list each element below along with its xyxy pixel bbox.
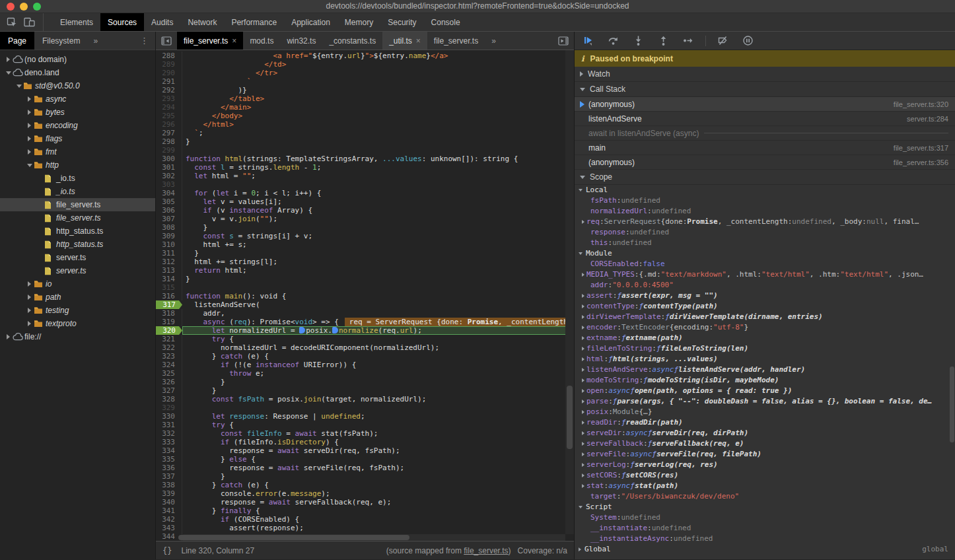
tree-item-io[interactable]: io [0,277,155,291]
tree-item-fmt[interactable]: fmt [0,145,155,158]
line-text-311[interactable]: } [182,249,574,258]
chevron-right-icon[interactable] [28,281,31,287]
tree-item-file-[interactable]: file:// [0,330,155,343]
step-into-marker-icon[interactable] [332,327,338,333]
line-text-323[interactable]: } catch (e) { [182,352,574,361]
chevron-right-icon[interactable] [28,123,31,128]
tree-item--io.ts[interactable]: _io.ts [0,172,155,185]
line-text-340[interactable]: response = await serveFallback(req, e); [182,498,574,507]
expand-icon[interactable] [582,389,584,393]
line-text-292[interactable]: )} [182,86,574,94]
scope-var-MEDIA_TYPES[interactable]: MEDIA_TYPES: {.md: "text/markdown", .htm… [575,269,955,280]
expand-icon[interactable] [582,431,584,435]
line-text-294[interactable]: </main> [182,103,574,112]
scope-var-listenAndServe[interactable]: listenAndServe: async ƒ listenAndServe(a… [575,365,955,375]
chevron-right-icon[interactable] [28,149,31,155]
pause-on-exceptions-icon[interactable] [742,35,754,46]
editor-tab-_constants.ts[interactable]: _constants.ts [322,32,382,50]
line-number-342[interactable]: 342 [156,515,182,524]
tree-item-flags[interactable]: flags [0,132,155,145]
line-number-311[interactable]: 311 [156,249,182,258]
resume-icon[interactable] [583,35,594,46]
chevron-right-icon[interactable] [28,136,31,141]
expand-icon[interactable] [582,304,584,308]
pretty-print-icon[interactable]: {} [162,546,172,555]
expand-icon[interactable] [582,400,584,403]
line-text-296[interactable]: </html> [182,120,574,129]
line-text-339[interactable]: console.error(e.message); [182,489,574,498]
scope-section-module[interactable]: Module [575,248,955,259]
expand-icon[interactable] [582,378,584,382]
call-stack-frame-main[interactable]: mainfile_server.ts:317 [575,141,955,155]
breakpoint-line-number-320[interactable]: 320 [156,326,182,335]
line-number-337[interactable]: 337 [156,472,182,481]
line-text-288[interactable]: <a href="${entry.url}">${entry.name}</a> [182,52,574,60]
scope-var-req[interactable]: req: ServerRequest {done: Promise, _cont… [575,217,955,227]
line-text-318[interactable]: addr, [182,309,574,318]
line-number-313[interactable]: 313 [156,266,182,275]
scope-var-fileLenToString[interactable]: fileLenToString: ƒ fileLenToString(len) [575,343,955,354]
line-number-301[interactable]: 301 [156,163,182,172]
line-number-319[interactable]: 319 [156,318,182,326]
line-number-302[interactable]: 302 [156,172,182,180]
line-number-343[interactable]: 343 [156,524,182,532]
line-text-327[interactable]: } [182,386,574,395]
line-text-329[interactable] [182,403,574,412]
line-text-298[interactable]: } [182,137,574,146]
line-text-312[interactable]: html += strings[l]; [182,258,574,266]
line-text-315[interactable] [182,283,574,292]
navigator-menu-icon[interactable]: ⋮ [133,32,155,50]
line-text-291[interactable]: ` [182,77,574,86]
line-number-304[interactable]: 304 [156,189,182,197]
line-number-294[interactable]: 294 [156,103,182,112]
line-text-320[interactable]: let normalizedUrl = posix.normalize(req.… [182,326,574,335]
tree-item-encoding[interactable]: encoding [0,119,155,132]
line-number-328[interactable]: 328 [156,395,182,403]
inspect-element-icon[interactable] [7,17,17,28]
tree-item--no-domain-[interactable]: (no domain) [0,53,155,66]
scope-var-extname[interactable]: extname: ƒ extname(path) [575,333,955,343]
line-number-329[interactable]: 329 [156,403,182,412]
more-navigator-tabs-icon[interactable]: » [88,32,103,50]
panel-toggle-icon[interactable] [553,32,574,50]
line-number-314[interactable]: 314 [156,275,182,283]
chevron-right-icon[interactable] [7,334,10,339]
line-text-305[interactable]: let v = values[i]; [182,197,574,206]
line-text-331[interactable]: try { [182,421,574,429]
call-stack-frame-anonymous[interactable]: (anonymous)file_server.ts:356 [575,155,955,170]
scope-var-serveDir[interactable]: serveDir: async ƒ serveDir(req, dirPath) [575,428,955,438]
line-number-339[interactable]: 339 [156,489,182,498]
tree-item-deno.land[interactable]: deno.land [0,66,155,79]
hide-navigator-icon[interactable] [156,32,177,50]
tab-memory[interactable]: Memory [337,13,380,31]
line-number-297[interactable]: 297 [156,129,182,137]
line-text-309[interactable]: const s = strings[i] + v; [182,232,574,240]
line-number-298[interactable]: 298 [156,137,182,146]
tree-item--io.ts[interactable]: _io.ts [0,185,155,198]
tab-console[interactable]: Console [424,13,468,31]
line-text-297[interactable]: `; [182,129,574,137]
chevron-down-icon[interactable] [27,164,32,167]
line-text-313[interactable]: return html; [182,266,574,275]
step-into-marker-icon[interactable] [299,327,305,333]
line-text-338[interactable]: } catch (e) { [182,481,574,489]
expand-icon[interactable] [582,326,584,330]
tree-item-http-status.ts[interactable]: http_status.ts [0,238,155,251]
line-number-312[interactable]: 312 [156,258,182,266]
expand-icon[interactable] [582,273,584,277]
tab-elements[interactable]: Elements [53,13,100,31]
line-text-306[interactable]: if (v instanceof Array) { [182,206,574,215]
tab-network[interactable]: Network [180,13,224,31]
expand-icon[interactable] [582,410,584,414]
chevron-right-icon[interactable] [28,295,31,300]
scope-var-posix[interactable]: posix: Module {…} [575,407,955,417]
scope-var-contentType[interactable]: contentType: ƒ contentType(path) [575,301,955,312]
line-number-338[interactable]: 338 [156,481,182,489]
scope-var-readDir[interactable]: readDir: ƒ readDir(path) [575,417,955,428]
line-number-306[interactable]: 306 [156,206,182,215]
line-text-299[interactable] [182,146,574,155]
line-number-308[interactable]: 308 [156,223,182,232]
device-toolbar-icon[interactable] [24,17,35,27]
line-number-299[interactable]: 299 [156,146,182,155]
line-number-321[interactable]: 321 [156,335,182,343]
